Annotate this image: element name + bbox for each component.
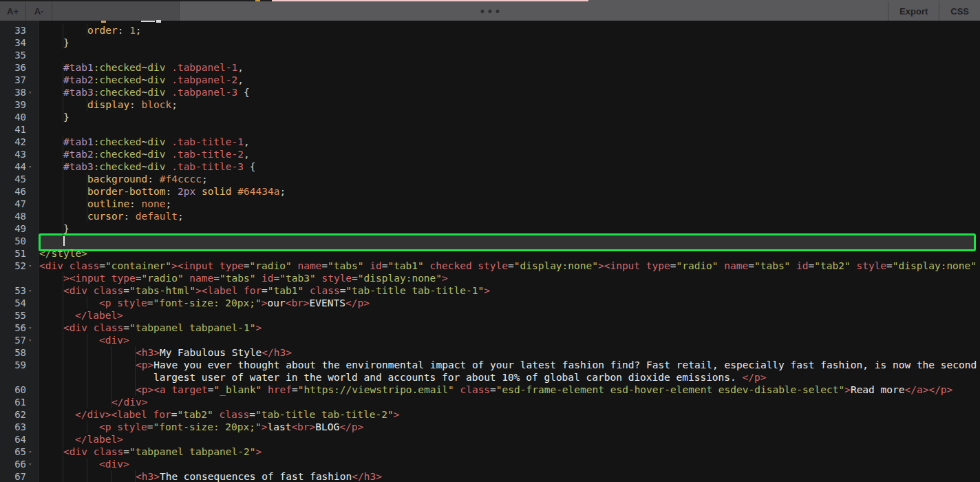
line-number: 63	[0, 421, 26, 433]
code-line[interactable]: 33order: 1;	[0, 24, 980, 36]
code-text: </label>	[39, 309, 980, 322]
fold-toggle-icon[interactable]: ▾	[28, 284, 38, 297]
syntax-token: }	[63, 112, 70, 123]
code-line[interactable]: 34}	[0, 36, 980, 49]
code-text: outline: none;	[39, 198, 980, 210]
syntax-token: =	[352, 273, 358, 284]
syntax-token: <br>	[286, 297, 310, 308]
code-text: <div class="tabpanel tabpanel-2">	[39, 446, 980, 458]
code-line[interactable]: 61</div>	[0, 396, 980, 408]
code-line[interactable]: 58<h3>My Fabulous Style</h3>	[0, 346, 980, 359]
more-menu-icon[interactable]	[476, 1, 505, 21]
syntax-token: #tab2	[63, 149, 94, 160]
code-text: order: 1;	[39, 24, 980, 36]
indent-guides	[39, 98, 87, 111]
syntax-token: "display:none"	[893, 260, 977, 271]
code-line[interactable]: 60<p><a target="_blank" href="https://vi…	[0, 384, 980, 396]
syntax-token: </div>	[111, 397, 147, 408]
syntax-token	[165, 74, 171, 85]
code-line[interactable]: 57▾<div>	[0, 334, 980, 346]
code-line[interactable]: 37#tab2:checked~div .tabpanel-2,	[0, 74, 980, 86]
line-number: 66	[0, 458, 26, 470]
syntax-token: </h3>	[262, 347, 292, 358]
code-line[interactable]: 46border-bottom: 2px solid #64434a;	[0, 185, 980, 198]
code-line[interactable]: 56▾<div class="tabpanel tabpanel-1">	[0, 322, 980, 334]
syntax-token: My Fabulous Style	[160, 347, 262, 358]
code-line[interactable]: 38▾#tab3:checked~div .tabpanel-3 {	[0, 86, 980, 98]
syntax-token: >	[844, 384, 851, 395]
code-line[interactable]: 51</style>	[0, 247, 980, 260]
syntax-token: ><input type	[63, 273, 136, 284]
indent-guides	[39, 185, 87, 198]
syntax-token: .tabpanel-2	[171, 74, 237, 85]
syntax-token: =	[136, 273, 142, 284]
syntax-token: :	[166, 186, 178, 197]
syntax-token: =	[147, 421, 153, 432]
syntax-token: </label>	[75, 310, 123, 321]
indent-guides	[39, 284, 63, 297]
code-line[interactable]: 36#tab1:checked~div .tabpanel-1,	[0, 61, 980, 74]
syntax-token: name	[184, 273, 214, 284]
syntax-token: </p>	[345, 297, 370, 308]
syntax-token: <div>	[99, 335, 129, 346]
code-line[interactable]: 59<p>Have you ever thought about the env…	[0, 359, 980, 371]
code-line[interactable]: 55</label>	[0, 309, 980, 322]
code-line[interactable]: 63<p style="font-size: 20px;">last<br>BL…	[0, 421, 980, 433]
code-line-wrap[interactable]: largest user of water in the world and a…	[0, 371, 980, 384]
syntax-token: </p>	[339, 421, 363, 432]
code-line[interactable]: 50	[0, 235, 980, 247]
syntax-token: border-bottom	[87, 186, 166, 197]
syntax-token: id	[363, 260, 381, 271]
code-line[interactable]: 53▾<div class="tabs-html"><label for="ta…	[0, 284, 980, 297]
fold-toggle-icon[interactable]: ▾	[28, 86, 38, 98]
syntax-token: =	[208, 384, 214, 395]
font-decrease-button[interactable]: A-	[26, 1, 52, 21]
code-line[interactable]: 35	[0, 49, 980, 61]
code-text: }	[39, 222, 980, 235]
font-increase-button[interactable]: A+	[0, 1, 26, 21]
fold-toggle-icon[interactable]: ▾	[28, 322, 38, 334]
syntax-token: <p style	[99, 421, 147, 432]
code-line[interactable]: 41	[0, 123, 980, 136]
indent-guides	[39, 322, 63, 334]
toolbar-right-group: Export CSS	[888, 1, 980, 21]
code-line[interactable]: 66▾<div>	[0, 458, 980, 470]
syntax-token: id	[790, 260, 808, 271]
syntax-token: :checked	[94, 136, 142, 147]
syntax-token: "tab2"	[177, 409, 213, 420]
code-line[interactable]: 54<p style="font-size: 20px;">our<br>EVE…	[0, 297, 980, 309]
code-line[interactable]: 48cursor: default;	[0, 210, 980, 222]
css-tab-button[interactable]: CSS	[939, 1, 980, 21]
code-line[interactable]: 65▾<div class="tabpanel tabpanel-2">	[0, 446, 980, 458]
code-line[interactable]: 52▾<div class="container"><input type="r…	[0, 260, 980, 272]
line-number: 50	[0, 235, 26, 247]
code-line[interactable]: 43#tab2:checked~div .tab-title-2,	[0, 148, 980, 160]
syntax-token: "display:none"	[514, 260, 598, 271]
fold-toggle-icon[interactable]: ▾	[28, 260, 38, 272]
code-line-wrap[interactable]: ><input type="radio" name="tabs" id="tab…	[0, 272, 980, 284]
syntax-token: =	[249, 409, 255, 420]
code-editor-area[interactable]: 33order: 1;34}3536#tab1:checked~div .tab…	[0, 21, 980, 482]
line-number: 64	[0, 433, 26, 446]
code-line[interactable]: 64</label>	[0, 433, 980, 446]
fold-toggle-icon[interactable]: ▾	[28, 458, 38, 470]
fold-toggle-icon[interactable]: ▾	[28, 160, 38, 173]
export-button[interactable]: Export	[888, 1, 939, 21]
fold-toggle-icon[interactable]: ▾	[28, 334, 38, 346]
code-line[interactable]: 67<h3>The consequences of fast fashion</…	[0, 470, 980, 482]
code-line[interactable]: 39display: block;	[0, 98, 980, 111]
code-line[interactable]: 44▾#tab3:checked~div .tab-title-3 {	[0, 160, 980, 173]
code-line[interactable]: 49}	[0, 222, 980, 235]
syntax-token: =	[99, 260, 105, 271]
syntax-token: "tab1"	[268, 285, 303, 296]
syntax-token: "font-size: 20px;"	[153, 297, 262, 308]
code-line[interactable]: 62</div><label for="tab2" class="tab-tit…	[0, 408, 980, 421]
code-text: #tab1:checked~div .tabpanel-1,	[39, 61, 980, 74]
syntax-token: cursor	[87, 211, 123, 222]
code-line[interactable]: 40}	[0, 111, 980, 123]
fold-toggle-icon[interactable]: ▾	[28, 446, 38, 458]
code-text: <p style="font-size: 20px;">our<br>EVENT…	[39, 297, 980, 309]
code-line[interactable]: 45background: #f4cccc;	[0, 173, 980, 185]
code-line[interactable]: 42#tab1:checked~div .tab-title-1,	[0, 136, 980, 148]
code-line[interactable]: 47outline: none;	[0, 198, 980, 210]
